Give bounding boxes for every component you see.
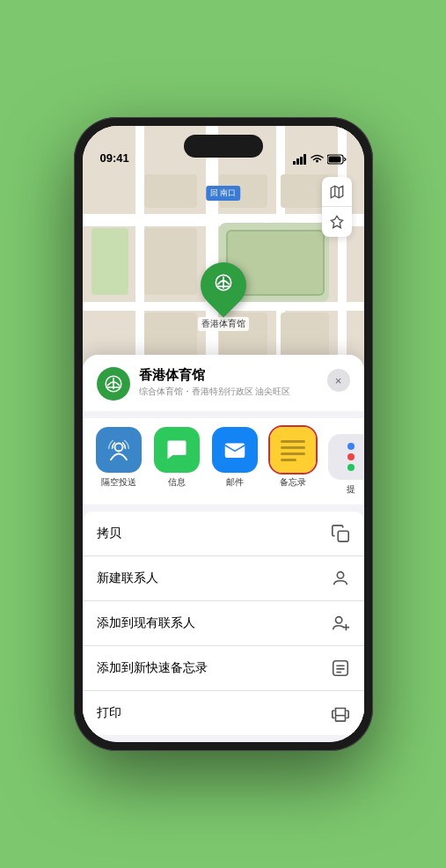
svg-point-20	[335, 617, 341, 623]
close-button[interactable]: ×	[327, 369, 350, 392]
svg-rect-5	[328, 157, 340, 163]
share-item-mail[interactable]: 邮件	[209, 427, 260, 496]
svg-rect-1	[296, 158, 299, 165]
svg-rect-23	[333, 661, 347, 676]
svg-rect-0	[293, 161, 296, 165]
notes-line-2	[281, 446, 305, 449]
action-copy-label: 拷贝	[97, 526, 121, 541]
more-dot-green	[347, 464, 355, 471]
more-icon	[328, 434, 364, 480]
svg-point-16	[114, 444, 122, 452]
airdrop-label: 隔空投送	[101, 477, 136, 489]
mail-label: 邮件	[226, 477, 244, 489]
notes-lines	[275, 433, 311, 467]
bottom-sheet: 香港体育馆 综合体育馆・香港特别行政区 油尖旺区 ×	[83, 355, 364, 742]
venue-header: 香港体育馆 综合体育馆・香港特别行政区 油尖旺区 ×	[83, 355, 364, 411]
share-row: 隔空投送 信息	[83, 418, 364, 504]
pin-icon-shape	[191, 253, 256, 318]
airdrop-icon	[96, 427, 142, 473]
battery-icon	[327, 154, 347, 165]
share-item-notes[interactable]: 备忘录	[267, 427, 318, 496]
more-label: 提	[347, 484, 355, 496]
mail-icon	[212, 427, 258, 473]
pin-icon-inner	[212, 271, 235, 299]
wifi-icon	[311, 154, 324, 165]
pin-label: 香港体育馆	[198, 317, 249, 331]
venue-description: 综合体育馆・香港特别行政区 油尖旺区	[139, 386, 318, 398]
phone-frame: 09:41	[74, 117, 373, 751]
print-icon	[331, 703, 350, 723]
svg-rect-2	[300, 157, 303, 165]
share-item-message[interactable]: 信息	[151, 427, 202, 496]
action-list: 拷贝 新建联系人 添加到现有联系人	[83, 511, 364, 735]
action-print[interactable]: 打印	[83, 691, 364, 735]
more-dot-red	[347, 453, 355, 460]
person-icon	[331, 569, 350, 588]
action-add-note[interactable]: 添加到新快速备忘录	[83, 646, 364, 691]
status-time: 09:41	[100, 151, 129, 165]
copy-icon	[331, 524, 350, 543]
action-print-label: 打印	[97, 705, 121, 721]
venue-pin[interactable]: 香港体育馆	[198, 262, 249, 331]
notes-line-3	[281, 452, 305, 455]
notes-icon	[270, 427, 316, 473]
venue-info: 香港体育馆 综合体育馆・香港特别行政区 油尖旺区	[139, 367, 318, 398]
person-add-icon	[331, 614, 350, 633]
notes-line-4	[281, 459, 296, 461]
message-label: 信息	[168, 477, 186, 489]
svg-rect-18	[338, 531, 348, 541]
svg-rect-27	[335, 716, 345, 721]
more-dot-blue	[347, 443, 355, 450]
share-item-airdrop[interactable]: 隔空投送	[93, 427, 144, 496]
svg-point-19	[337, 572, 343, 578]
phone-screen: 09:41	[83, 126, 364, 742]
map-type-button[interactable]	[322, 177, 352, 207]
venue-name: 香港体育馆	[139, 367, 318, 384]
venue-icon	[97, 367, 130, 401]
map-controls	[322, 177, 352, 237]
svg-rect-3	[303, 154, 306, 165]
action-copy[interactable]: 拷贝	[83, 511, 364, 556]
action-new-contact[interactable]: 新建联系人	[83, 556, 364, 601]
message-icon	[154, 427, 200, 473]
svg-marker-6	[331, 186, 343, 198]
notes-selected-outline	[270, 427, 316, 473]
signal-icon	[293, 154, 307, 165]
dynamic-island	[184, 135, 263, 158]
notes-label: 备忘录	[280, 477, 306, 489]
action-add-note-label: 添加到新快速备忘录	[97, 660, 208, 676]
share-item-more[interactable]: 提	[325, 427, 364, 496]
status-icons	[293, 154, 347, 165]
notes-line-1	[281, 440, 305, 443]
action-new-contact-label: 新建联系人	[97, 570, 158, 586]
action-add-existing[interactable]: 添加到现有联系人	[83, 601, 364, 646]
location-button[interactable]	[322, 207, 352, 237]
action-add-existing-label: 添加到现有联系人	[97, 615, 195, 631]
note-icon	[331, 658, 350, 678]
south-mouth-label: 回 南口	[206, 186, 241, 201]
